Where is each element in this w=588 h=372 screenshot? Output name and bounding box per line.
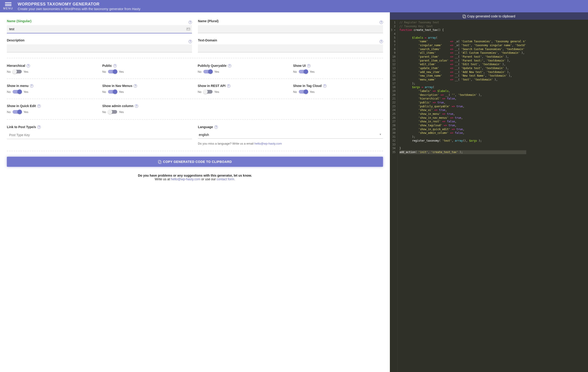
copy-code-button[interactable]: COPY GENERATED CODE TO CLIPBOARD — [7, 157, 383, 167]
hierarchical-toggle[interactable] — [13, 70, 22, 73]
show-in-rest-toggle[interactable] — [203, 90, 212, 93]
label-publicly-queryable: Publicly Queryable ? — [198, 64, 287, 67]
toggle-yes-label: Yes — [24, 70, 28, 73]
label-public: Public ? — [102, 64, 192, 67]
help-icon[interactable]: ? — [27, 64, 30, 67]
toggle-yes-label: Yes — [214, 70, 219, 73]
label-show-tag-cloud: Show in Tag Cloud ? — [293, 84, 383, 88]
language-hint-email[interactable]: hello@wp-hasty.com — [254, 142, 282, 145]
show-ui-toggle[interactable] — [299, 70, 308, 73]
show-in-nav-menus-toggle[interactable] — [108, 90, 117, 93]
page-subtitle: Create your own taxonomies in WordPress … — [18, 7, 140, 11]
help-icon[interactable]: ? — [379, 40, 383, 43]
show-admin-column-toggle[interactable] — [108, 110, 117, 114]
label-name-plural: Name (Plural) — [198, 19, 219, 23]
toggle-no-label: No — [102, 110, 106, 114]
toggle-no-label: No — [198, 70, 201, 73]
link-post-types-input[interactable] — [7, 131, 192, 139]
help-icon[interactable]: ? — [134, 84, 137, 88]
form-pane: Name (Singular) ? Name (Plural) — [0, 12, 390, 372]
show-tag-cloud-toggle[interactable] — [299, 90, 308, 93]
toggle-no-label: No — [7, 110, 11, 114]
language-hint: Do you miss a language? Write us a email… — [198, 142, 383, 145]
help-icon[interactable]: ? — [307, 64, 310, 67]
help-icon[interactable]: ? — [379, 21, 383, 24]
toggle-yes-label: Yes — [24, 90, 28, 93]
toggle-yes-label: Yes — [214, 90, 219, 93]
toggle-no-label: No — [293, 70, 297, 73]
code-pane: Copy generated code to clipboard 123 ▾45… — [390, 12, 588, 372]
toggle-no-label: No — [198, 90, 201, 93]
footer-email-link[interactable]: hello@wp-hasty.com — [171, 177, 200, 181]
menu-label: MENU — [3, 7, 13, 10]
label-show-in-nav-menus: Show in Nav Menus ? — [102, 84, 192, 88]
show-in-menu-toggle[interactable] — [13, 90, 22, 93]
publicly-queryable-toggle[interactable] — [203, 70, 212, 73]
page-title: WORDPRESS TAXONOMY GENERATOR — [18, 2, 140, 7]
help-icon[interactable]: ? — [135, 104, 138, 108]
help-icon[interactable]: ? — [37, 104, 41, 108]
help-icon[interactable]: ? — [189, 21, 192, 24]
help-icon[interactable]: ? — [189, 40, 192, 43]
label-show-admin-column: Show admin column ? — [102, 104, 192, 108]
show-in-quick-edit-toggle[interactable] — [13, 110, 22, 114]
help-icon[interactable]: ? — [113, 64, 117, 67]
copy-code-header-button[interactable]: Copy generated code to clipboard — [390, 13, 588, 20]
help-icon[interactable]: ? — [228, 64, 231, 67]
toggle-no-label: No — [7, 70, 11, 73]
toggle-no-label: No — [102, 90, 106, 93]
name-plural-input[interactable] — [198, 25, 383, 33]
help-icon[interactable]: ? — [37, 125, 41, 129]
help-icon[interactable]: ? — [323, 84, 326, 88]
toggle-yes-label: Yes — [24, 110, 28, 114]
toggle-no-label: No — [102, 70, 106, 73]
toggle-yes-label: Yes — [119, 110, 124, 114]
label-text-domain: Text-Domain — [198, 38, 217, 42]
code-editor[interactable]: 123 ▾45678910111213141516171819202122232… — [390, 20, 588, 372]
footer-contact-link[interactable]: contact form. — [217, 177, 235, 181]
label-show-in-rest: Show in REST API ? — [198, 84, 287, 88]
hamburger-icon — [5, 2, 11, 6]
label-show-in-menu: Show in menu ? — [7, 84, 96, 88]
label-show-ui: Show UI ? — [293, 64, 383, 67]
toggle-yes-label: Yes — [310, 90, 315, 93]
name-singular-input[interactable] — [7, 25, 192, 33]
label-link-post-types: Link to Post Type/s ? — [7, 125, 192, 129]
language-select[interactable]: english — [198, 131, 383, 139]
label-language: Language ? — [198, 125, 383, 129]
app-header: MENU WORDPRESS TAXONOMY GENERATOR Create… — [0, 0, 588, 12]
toggle-yes-label: Yes — [310, 70, 315, 73]
footer-note: Do you have problems or any suggestions … — [7, 174, 383, 181]
toggle-no-label: No — [293, 90, 297, 93]
toggle-yes-label: Yes — [119, 70, 124, 73]
label-description: Description — [7, 38, 24, 42]
svg-rect-3 — [189, 29, 190, 29]
label-hierarchical: Hierarchical ? — [7, 64, 96, 67]
label-name-singular: Name (Singular) — [7, 19, 31, 23]
svg-rect-2 — [189, 28, 190, 29]
help-icon[interactable]: ? — [214, 125, 218, 129]
toggle-no-label: No — [7, 90, 11, 93]
toggle-yes-label: Yes — [119, 90, 124, 93]
copy-icon — [158, 160, 161, 163]
public-toggle[interactable] — [108, 70, 117, 73]
menu-button[interactable]: MENU — [3, 2, 13, 10]
help-icon[interactable]: ? — [30, 84, 33, 88]
text-domain-input[interactable] — [198, 44, 383, 52]
label-show-in-quick-edit: Show in Quick Edit ? — [7, 104, 96, 108]
description-input[interactable] — [7, 44, 192, 52]
copy-icon — [463, 15, 466, 18]
contact-card-icon — [187, 27, 190, 31]
help-icon[interactable]: ? — [227, 84, 231, 88]
svg-point-1 — [187, 28, 188, 29]
